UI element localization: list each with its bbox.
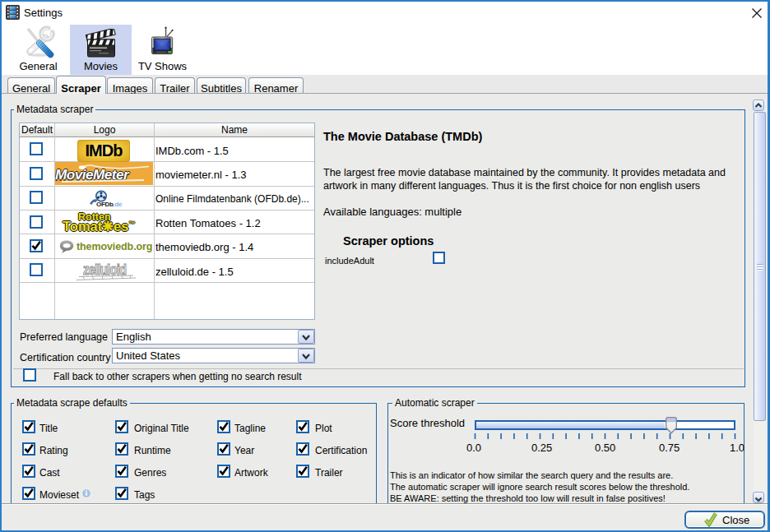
svg-text:OFDb: OFDb <box>96 201 114 208</box>
svg-text:.de: .de <box>113 201 123 208</box>
